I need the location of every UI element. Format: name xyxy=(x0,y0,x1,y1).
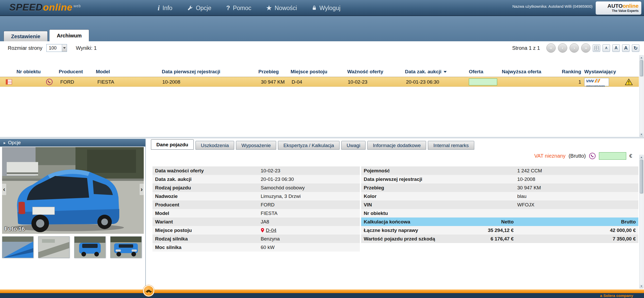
logo-online: online xyxy=(43,2,72,13)
phone-icon[interactable] xyxy=(46,78,53,85)
vat-mode-label: (Brutto) xyxy=(569,153,586,159)
brand-auto: AUTO xyxy=(607,3,623,9)
detail-value xyxy=(516,209,638,218)
netto-value: 6 176,47 € xyxy=(490,235,514,243)
logo-speed: SPEED xyxy=(9,2,43,13)
font-size-small-button[interactable]: A xyxy=(603,44,610,52)
photo-prev-button[interactable]: ‹ xyxy=(2,184,6,195)
tab-uwagi[interactable]: Uwagi xyxy=(341,141,366,150)
solera-label: a Solera company xyxy=(600,293,633,298)
nav-item-info[interactable]: i Info xyxy=(158,4,172,12)
column-przebieg[interactable]: Przebieg xyxy=(258,69,279,75)
brand-tagline: The Value Experts xyxy=(598,9,639,13)
detail-value: FORD xyxy=(261,200,360,209)
sort-desc-icon xyxy=(444,71,447,73)
scroll-thumb[interactable] xyxy=(640,160,643,193)
star-icon: ★ xyxy=(266,4,272,12)
phone-icon[interactable] xyxy=(589,152,596,159)
logo-web: web xyxy=(73,4,81,8)
detail-right-column: Pojemność 1 242 CCM Data pierwszej rejes… xyxy=(361,166,638,243)
export-button[interactable] xyxy=(593,44,600,52)
nav-item-nowosci[interactable]: ★ Nowości xyxy=(266,4,297,12)
thumbnail-3[interactable] xyxy=(74,236,106,258)
panel-toggle-handle[interactable] xyxy=(143,285,154,296)
tab-ekspertyza-kalkulacja[interactable]: Ekspertyza / Kalkulacja xyxy=(278,141,339,150)
footer-bar xyxy=(0,289,644,293)
tab-dane-pojazdu[interactable]: Dane pojazdu xyxy=(151,139,194,150)
font-size-medium-button[interactable]: A xyxy=(612,44,620,52)
scroll-thumb[interactable] xyxy=(640,60,643,76)
column-wystawiajacy[interactable]: Wystawiający xyxy=(584,69,616,75)
column-data-zak-aukcji[interactable]: Data zak. aukcji xyxy=(405,69,447,75)
detail-value: Benzyna xyxy=(261,235,360,243)
refresh-button[interactable]: ↻ xyxy=(632,44,639,52)
location-pin-icon xyxy=(261,228,264,232)
detail-row: Nadwozie Limuzyna, 3 Drzwi xyxy=(152,192,360,200)
vehicle-photo[interactable]: Foto 16 ‹ › xyxy=(2,147,144,234)
column-model[interactable]: Model xyxy=(96,69,110,75)
detail-value: 30 947 KM xyxy=(516,183,638,192)
detail-scrollbar[interactable]: ▲ ▼ xyxy=(639,155,643,288)
thumbnail-4[interactable] xyxy=(110,236,142,258)
tab-wyposazenie[interactable]: Wyposażenie xyxy=(236,141,276,150)
column-najwyzsza-oferta[interactable]: Najwyższa oferta xyxy=(502,69,541,75)
column-producent[interactable]: Producent xyxy=(59,69,83,75)
column-miejsce-postoju[interactable]: Miejsce postoju xyxy=(291,69,327,75)
header-nav: i Info Opcje ? Pomoc ★ Nowości xyxy=(158,0,341,16)
photo-caption: Foto 16 xyxy=(5,225,25,232)
opcje-collapse-header[interactable]: ▸ Opcje xyxy=(0,139,145,147)
thumbnail-2[interactable] xyxy=(38,236,70,258)
location-link[interactable]: D-04 xyxy=(266,226,276,235)
detail-value: 1 242 CCM xyxy=(516,166,638,175)
detail-label: Producent xyxy=(152,200,261,209)
tab-informacje-dodatkowe[interactable]: Informacje dodatkowe xyxy=(367,141,426,150)
detail-value: Limuzyna, 3 Drzwi xyxy=(261,192,360,200)
column-oferta[interactable]: Oferta xyxy=(469,69,483,75)
last-page-button[interactable]: » xyxy=(581,43,590,53)
bid-input[interactable] xyxy=(599,152,626,160)
scroll-down-button[interactable]: ▼ xyxy=(640,284,643,288)
nav-label: Nowości xyxy=(275,5,297,12)
tab-uszkodzenia[interactable]: Uszkodzenia xyxy=(196,141,234,150)
page-size-select[interactable]: 100 xyxy=(46,44,67,52)
column-data-rejestracji[interactable]: Data pierwszej rejestracji xyxy=(162,69,220,75)
thumbnail-1[interactable] xyxy=(2,236,33,258)
column-ranking[interactable]: Ranking xyxy=(554,69,581,75)
results-count: Wyniki: 1 xyxy=(76,45,97,51)
font-size-large-button[interactable]: A xyxy=(622,44,630,52)
nav-item-opcje[interactable]: Opcje xyxy=(187,5,211,12)
speedonline-logo: SPEEDonlineweb xyxy=(9,2,81,13)
vendor-stripes xyxy=(595,79,599,83)
vehicle-photo-image xyxy=(2,147,144,234)
nav-label: Info xyxy=(163,5,172,12)
table-row[interactable]: FORD FIESTA 10-2008 30 947 KM D-04 10-02… xyxy=(0,77,639,87)
nav-label: Pomoc xyxy=(233,5,251,12)
netto-header: Netto xyxy=(501,218,514,226)
column-nr-obiektu[interactable]: Nr obiektu xyxy=(16,69,50,75)
prev-page-button[interactable]: ‹ xyxy=(558,43,567,53)
table-scrollbar[interactable]: ▲ ▼ xyxy=(639,55,643,137)
tab-internal-remarks[interactable]: Internal remarks xyxy=(428,141,474,150)
detail-row: Przebieg 30 947 KM xyxy=(361,183,638,192)
detail-row: Miejsce postoju D-04 xyxy=(152,226,360,235)
scroll-up-button[interactable]: ▲ xyxy=(640,155,643,159)
offer-input[interactable] xyxy=(469,78,497,85)
scroll-down-button[interactable]: ▼ xyxy=(640,132,643,136)
next-page-button[interactable]: › xyxy=(570,43,579,53)
scroll-up-button[interactable]: ▲ xyxy=(640,55,643,60)
column-waznosc-oferty[interactable]: Ważność oferty xyxy=(347,69,383,75)
nav-item-pomoc[interactable]: ? Pomoc xyxy=(226,4,251,12)
cell-przebieg: 30 947 KM xyxy=(258,77,285,87)
calculation-icon[interactable] xyxy=(6,79,12,85)
brand-online: online xyxy=(623,3,639,9)
nav-item-wyloguj[interactable]: Wyloguj xyxy=(312,5,341,12)
vat-status-label: VAT nieznany xyxy=(534,153,565,159)
tab-archiwum[interactable]: Archiwum xyxy=(49,29,89,41)
detail-row: Pojemność 1 242 CCM xyxy=(361,166,638,175)
tab-zestawienie[interactable]: Zestawienie xyxy=(4,31,48,41)
cell-miejsce-postoju: D-04 xyxy=(292,77,302,87)
first-page-button[interactable]: « xyxy=(546,43,556,53)
wrench-icon xyxy=(187,5,193,11)
vendor-subtitle: VERSICHERUNGEN xyxy=(586,85,605,87)
photo-next-button[interactable]: › xyxy=(140,184,144,195)
